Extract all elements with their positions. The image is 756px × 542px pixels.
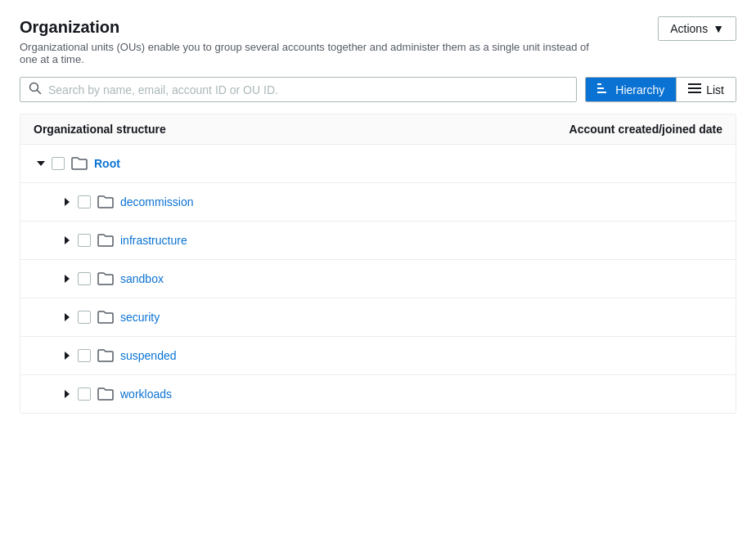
chevron-right-icon bbox=[65, 275, 70, 283]
tree-row-suspended: suspended bbox=[20, 337, 736, 375]
node-label-root[interactable]: Root bbox=[94, 157, 120, 170]
toolbar: Hierarchy List bbox=[20, 77, 736, 102]
checkbox-decommission[interactable] bbox=[78, 195, 91, 208]
node-label-sandbox[interactable]: sandbox bbox=[120, 272, 164, 285]
header-left: Organization Organizational units (OUs) … bbox=[20, 16, 592, 65]
hierarchy-icon bbox=[597, 83, 610, 96]
chevron-right-icon bbox=[65, 236, 70, 244]
list-icon bbox=[688, 83, 701, 96]
list-label: List bbox=[706, 83, 724, 96]
tree-row-root: Root bbox=[20, 145, 736, 183]
expand-btn-root[interactable] bbox=[34, 156, 48, 171]
checkbox-security[interactable] bbox=[78, 311, 91, 324]
tree-row-decommission: decommission bbox=[20, 183, 736, 222]
node-label-suspended[interactable]: suspended bbox=[120, 349, 177, 362]
node-label-decommission[interactable]: decommission bbox=[120, 195, 193, 208]
chevron-right-icon bbox=[65, 313, 70, 321]
page-header: Organization Organizational units (OUs) … bbox=[20, 16, 736, 65]
col-date-header: Account created/joined date bbox=[569, 123, 722, 136]
folder-icon-infrastructure bbox=[97, 233, 114, 248]
tree-row-sandbox: sandbox bbox=[20, 260, 736, 298]
svg-rect-5 bbox=[688, 83, 701, 85]
expand-btn-suspended[interactable] bbox=[60, 348, 74, 363]
tree-row-infrastructure: infrastructure bbox=[20, 222, 736, 260]
folder-icon-root bbox=[71, 156, 88, 171]
actions-button[interactable]: Actions ▼ bbox=[658, 16, 736, 41]
svg-rect-4 bbox=[597, 92, 606, 93]
table-header: Organizational structure Account created… bbox=[20, 114, 736, 145]
folder-icon-security bbox=[97, 310, 114, 325]
search-icon bbox=[29, 82, 42, 97]
chevron-right-icon bbox=[65, 198, 70, 206]
expand-btn-decommission[interactable] bbox=[60, 195, 74, 209]
checkbox-sandbox[interactable] bbox=[78, 272, 91, 285]
chevron-right-icon bbox=[65, 390, 70, 398]
tree-row-workloads: workloads bbox=[20, 375, 736, 413]
list-view-button[interactable]: List bbox=[676, 78, 736, 101]
chevron-down-icon bbox=[37, 161, 45, 166]
tree-row-security: security bbox=[20, 298, 736, 337]
folder-icon-workloads bbox=[97, 387, 114, 401]
chevron-right-icon bbox=[65, 352, 70, 360]
expand-btn-workloads[interactable] bbox=[60, 387, 74, 401]
search-input[interactable] bbox=[48, 83, 568, 96]
org-tree-panel: Organizational structure Account created… bbox=[20, 114, 736, 414]
svg-rect-6 bbox=[688, 87, 701, 89]
org-tree: Root decommission infrastructure sandbox… bbox=[20, 145, 736, 413]
expand-btn-security[interactable] bbox=[60, 310, 74, 325]
search-container bbox=[20, 77, 577, 102]
hierarchy-view-button[interactable]: Hierarchy bbox=[586, 78, 676, 101]
col-org-structure-header: Organizational structure bbox=[34, 123, 166, 136]
checkbox-infrastructure[interactable] bbox=[78, 234, 91, 247]
node-label-infrastructure[interactable]: infrastructure bbox=[120, 234, 187, 247]
view-toggle: Hierarchy List bbox=[585, 77, 736, 102]
expand-btn-sandbox[interactable] bbox=[60, 271, 74, 286]
expand-btn-infrastructure[interactable] bbox=[60, 233, 74, 248]
svg-rect-7 bbox=[688, 92, 701, 93]
folder-icon-sandbox bbox=[97, 271, 114, 286]
svg-rect-2 bbox=[597, 83, 601, 85]
checkbox-root[interactable] bbox=[52, 157, 65, 170]
checkbox-workloads[interactable] bbox=[78, 387, 91, 401]
page-description: Organizational units (OUs) enable you to… bbox=[20, 41, 592, 65]
hierarchy-label: Hierarchy bbox=[615, 83, 664, 96]
checkbox-suspended[interactable] bbox=[78, 349, 91, 362]
folder-icon-decommission bbox=[97, 195, 114, 209]
page-title: Organization bbox=[20, 16, 592, 38]
actions-dropdown-icon: ▼ bbox=[713, 22, 724, 35]
node-label-security[interactable]: security bbox=[120, 311, 160, 324]
actions-label: Actions bbox=[670, 22, 708, 35]
svg-line-1 bbox=[38, 91, 41, 94]
svg-rect-3 bbox=[597, 87, 604, 89]
node-label-workloads[interactable]: workloads bbox=[120, 387, 172, 401]
folder-icon-suspended bbox=[97, 348, 114, 363]
